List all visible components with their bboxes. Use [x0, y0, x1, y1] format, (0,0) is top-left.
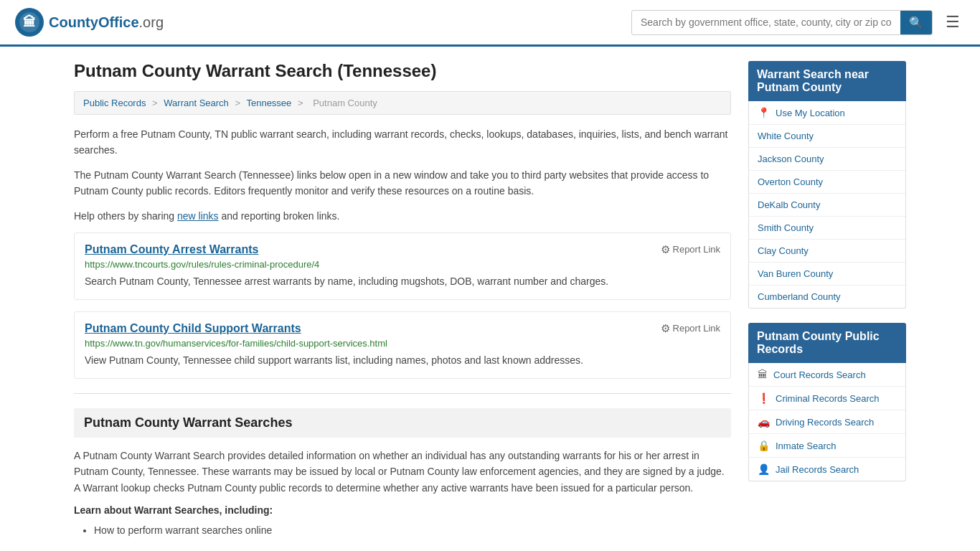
- link-title-child-support[interactable]: Putnam County Child Support Warrants: [85, 322, 301, 335]
- new-links-link[interactable]: new links: [177, 210, 219, 222]
- intro-text-1: Perform a free Putnam County, TN public …: [74, 126, 731, 159]
- jail-records-icon: 👤: [758, 463, 770, 475]
- logo-area: 🏛 CountyOffice.org: [14, 7, 164, 37]
- sidebar-records-list: 🏛 Court Records Search ❗ Criminal Record…: [748, 363, 906, 481]
- sidebar-item-criminal-records[interactable]: ❗ Criminal Records Search: [749, 387, 905, 410]
- sidebar-item-inmate-search[interactable]: 🔒 Inmate Search: [749, 434, 905, 458]
- breadcrumb-warrant-search[interactable]: Warrant Search: [164, 98, 229, 108]
- report-icon-child-support: ⚙: [661, 322, 670, 335]
- sidebar: Warrant Search near Putnam County 📍 Use …: [748, 61, 906, 540]
- logo-text: CountyOffice.org: [49, 14, 164, 31]
- sub-heading: Learn about Warrant Searches, including:: [74, 504, 731, 516]
- criminal-records-icon: ❗: [758, 392, 770, 404]
- intro-text-3: Help others by sharing new links and rep…: [74, 208, 731, 224]
- sidebar-item-smith-county[interactable]: Smith County: [749, 217, 905, 240]
- section-divider: [74, 393, 731, 394]
- sidebar-item-clay-county[interactable]: Clay County: [749, 240, 905, 263]
- hamburger-menu-button[interactable]: ☰: [940, 10, 966, 34]
- sidebar-records-section: Putnam County Public Records 🏛 Court Rec…: [748, 323, 906, 481]
- report-icon-arrest: ⚙: [661, 243, 670, 256]
- sidebar-records-title: Putnam County Public Records: [748, 323, 906, 363]
- location-icon: 📍: [758, 107, 770, 118]
- sidebar-item-driving-records[interactable]: 🚗 Driving Records Search: [749, 410, 905, 434]
- link-title-arrest[interactable]: Putnam County Arrest Warrants: [85, 243, 258, 256]
- main-container: Putnam County Warrant Search (Tennessee)…: [60, 47, 920, 551]
- list-item: How to perform warrant searches online: [94, 522, 731, 540]
- search-bar-container: 🔍: [631, 10, 933, 35]
- breadcrumb-public-records[interactable]: Public Records: [83, 98, 146, 108]
- sidebar-warrant-title: Warrant Search near Putnam County: [748, 61, 906, 101]
- svg-text:🏛: 🏛: [23, 14, 36, 29]
- sidebar-item-overton-county[interactable]: Overton County: [749, 171, 905, 194]
- bullet-list: How to perform warrant searches online: [74, 522, 731, 540]
- sidebar-item-jackson-county[interactable]: Jackson County: [749, 148, 905, 171]
- sidebar-item-dekalb-county[interactable]: DeKalb County: [749, 194, 905, 217]
- header: 🏛 CountyOffice.org 🔍 ☰: [0, 0, 980, 47]
- intro-text-2: The Putnam County Warrant Search (Tennes…: [74, 167, 731, 199]
- sidebar-item-court-records[interactable]: 🏛 Court Records Search: [749, 363, 905, 387]
- header-right: 🔍 ☰: [631, 10, 966, 35]
- link-item-arrest-warrants: Putnam County Arrest Warrants ⚙ Report L…: [74, 232, 731, 300]
- link-desc-child-support: View Putnam County, Tennessee child supp…: [85, 353, 720, 368]
- sidebar-item-cumberland-county[interactable]: Cumberland County: [749, 286, 905, 308]
- sidebar-warrant-list: 📍 Use My Location White County Jackson C…: [748, 101, 906, 309]
- report-link-arrest[interactable]: ⚙ Report Link: [661, 243, 720, 256]
- section-heading: Putnam County Warrant Searches: [74, 408, 731, 438]
- link-desc-arrest: Search Putnam County, Tennessee arrest w…: [85, 274, 720, 289]
- sidebar-item-white-county[interactable]: White County: [749, 125, 905, 148]
- sidebar-item-jail-records[interactable]: 👤 Jail Records Search: [749, 458, 905, 481]
- search-button[interactable]: 🔍: [900, 11, 932, 34]
- inmate-search-icon: 🔒: [758, 440, 770, 451]
- court-records-icon: 🏛: [758, 369, 768, 380]
- search-input[interactable]: [632, 11, 900, 33]
- report-link-child-support[interactable]: ⚙ Report Link: [661, 322, 720, 335]
- logo-icon: 🏛: [14, 7, 44, 37]
- page-title: Putnam County Warrant Search (Tennessee): [74, 61, 731, 81]
- driving-records-icon: 🚗: [758, 416, 770, 428]
- sidebar-use-location[interactable]: 📍 Use My Location: [749, 101, 905, 125]
- link-item-child-support: Putnam County Child Support Warrants ⚙ R…: [74, 311, 731, 379]
- link-url-child-support[interactable]: https://www.tn.gov/humanservices/for-fam…: [85, 338, 720, 349]
- sidebar-item-van-buren-county[interactable]: Van Buren County: [749, 263, 905, 286]
- content-area: Putnam County Warrant Search (Tennessee)…: [74, 61, 731, 540]
- use-location-link[interactable]: Use My Location: [776, 108, 845, 118]
- breadcrumb-current: Putnam County: [313, 98, 377, 108]
- section-text: A Putnam County Warrant Search provides …: [74, 448, 731, 496]
- sidebar-warrant-section: Warrant Search near Putnam County 📍 Use …: [748, 61, 906, 309]
- breadcrumb-tennessee[interactable]: Tennessee: [246, 98, 291, 108]
- link-url-arrest[interactable]: https://www.tncourts.gov/rules/rules-cri…: [85, 259, 720, 270]
- breadcrumb: Public Records > Warrant Search > Tennes…: [74, 91, 731, 115]
